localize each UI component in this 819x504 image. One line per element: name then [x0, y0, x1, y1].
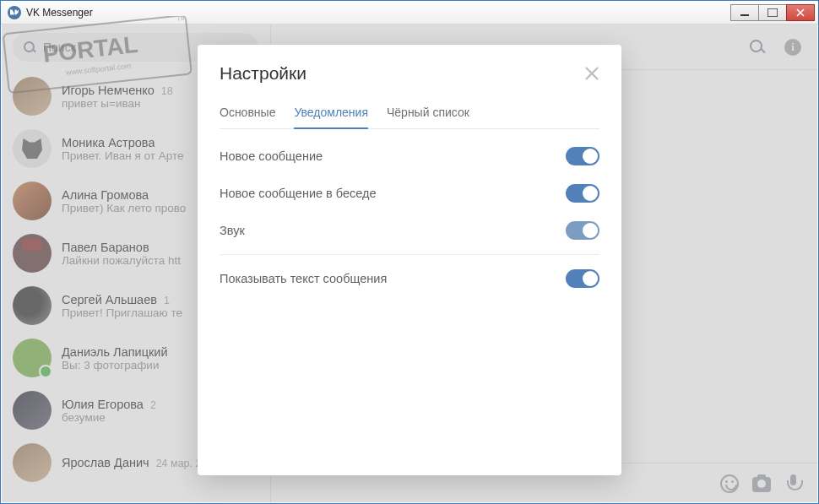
tab-notifications[interactable]: Уведомления [294, 99, 368, 129]
setting-row: Новое сообщение [220, 138, 599, 175]
window-controls [731, 4, 815, 21]
toggle-switch[interactable] [566, 147, 599, 165]
setting-label: Новое сообщение в беседе [220, 187, 377, 200]
maximize-button[interactable] [758, 4, 787, 21]
setting-row: Новое сообщение в беседе [220, 175, 599, 212]
modal-title: Настройки [220, 63, 306, 84]
modal-header: Настройки [220, 63, 599, 84]
tab-blacklist[interactable]: Чёрный список [387, 99, 469, 129]
setting-row: Показывать текст сообщения [220, 260, 599, 297]
settings-modal: Настройки Основные Уведомления Чёрный сп… [198, 45, 621, 475]
toggle-switch[interactable] [566, 184, 599, 203]
modal-overlay[interactable]: Настройки Основные Уведомления Чёрный сп… [2, 24, 817, 502]
toggle-switch[interactable] [566, 221, 599, 240]
settings-body: Новое сообщениеНовое сообщение в беседеЗ… [220, 129, 599, 297]
vk-logo-icon [8, 6, 21, 19]
close-icon[interactable] [584, 66, 599, 81]
minimize-button[interactable] [730, 4, 759, 21]
settings-tabs: Основные Уведомления Чёрный список [220, 99, 599, 129]
app-window: VK Messenger Поиск Игорь Немченко18приве… [0, 0, 819, 504]
setting-row: Звук [220, 212, 599, 249]
tab-general[interactable]: Основные [220, 99, 275, 129]
svg-rect-1 [767, 8, 778, 17]
titlebar: VK Messenger [1, 1, 818, 24]
window-title: VK Messenger [26, 7, 731, 19]
toggle-switch[interactable] [566, 269, 599, 288]
setting-label: Показывать текст сообщения [220, 272, 387, 285]
setting-label: Новое сообщение [220, 149, 323, 163]
close-window-button[interactable] [786, 4, 815, 21]
settings-divider [220, 254, 599, 255]
setting-label: Звук [220, 224, 245, 237]
svg-rect-0 [740, 14, 749, 16]
